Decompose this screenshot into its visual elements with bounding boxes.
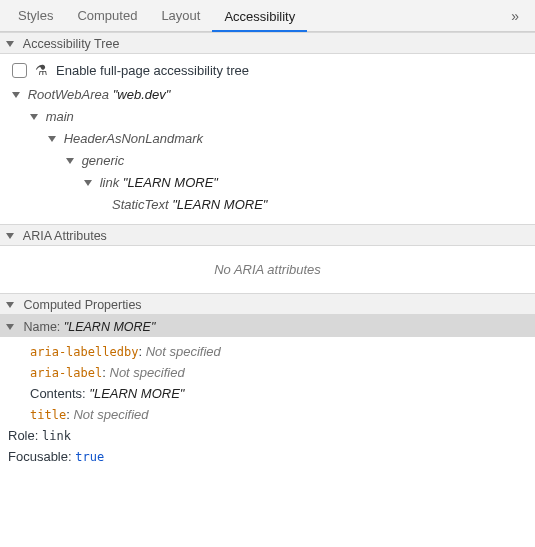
computed-name-value: "LEARN MORE" <box>64 320 156 334</box>
tree-node-role: generic <box>82 153 125 168</box>
chevron-down-icon <box>84 180 92 186</box>
tab-layout[interactable]: Layout <box>149 0 212 31</box>
section-header-computed-properties[interactable]: Computed Properties <box>0 293 535 315</box>
disclosure-triangle-icon <box>6 41 14 47</box>
tree-node-name: "web.dev" <box>113 87 171 102</box>
tree-node-role: HeaderAsNonLandmark <box>64 131 203 146</box>
computed-name-label: Name: <box>23 320 60 334</box>
accessibility-tree: RootWebArea "web.dev" main HeaderAsNonLa… <box>12 84 527 216</box>
section-header-label: ARIA Attributes <box>23 229 107 243</box>
tree-node-name: "LEARN MORE" <box>123 175 218 190</box>
prop-value: Not specified <box>146 344 221 359</box>
tabs-overflow-button[interactable]: » <box>501 8 529 24</box>
prop-key: aria-label <box>30 366 102 380</box>
tree-node-statictext[interactable]: StaticText "LEARN MORE" <box>12 194 527 216</box>
tree-node-header[interactable]: HeaderAsNonLandmark <box>12 128 527 150</box>
tree-node-main[interactable]: main <box>12 106 527 128</box>
prop-key: aria-labelledby <box>30 345 138 359</box>
prop-value: true <box>75 450 104 464</box>
tree-node-rootwebarea[interactable]: RootWebArea "web.dev" <box>12 84 527 106</box>
tree-node-role: link <box>100 175 120 190</box>
tabbar: Styles Computed Layout Accessibility » <box>0 0 535 32</box>
enable-full-page-tree-row: ⚗ Enable full-page accessibility tree <box>12 62 527 78</box>
prop-aria-label: aria-label: Not specified <box>8 363 527 383</box>
tree-node-role: StaticText <box>112 197 169 212</box>
prop-aria-labelledby: aria-labelledby: Not specified <box>8 342 527 362</box>
disclosure-triangle-icon <box>6 324 14 330</box>
chevron-down-icon <box>48 136 56 142</box>
prop-key: Focusable: <box>8 449 72 464</box>
computed-properties-body: aria-labelledby: Not specified aria-labe… <box>0 337 535 476</box>
section-header-label: Computed Properties <box>23 298 141 312</box>
tree-node-name: "LEARN MORE" <box>172 197 267 212</box>
tree-node-role: RootWebArea <box>28 87 109 102</box>
prop-focusable: Focusable: true <box>8 447 527 467</box>
prop-key: title <box>30 408 66 422</box>
section-header-aria-attributes[interactable]: ARIA Attributes <box>0 224 535 246</box>
prop-role: Role: link <box>8 426 527 446</box>
section-header-label: Accessibility Tree <box>23 37 120 51</box>
chevron-down-icon <box>12 92 20 98</box>
disclosure-triangle-icon <box>6 233 14 239</box>
flask-icon: ⚗ <box>35 62 48 78</box>
tab-styles[interactable]: Styles <box>6 0 65 31</box>
prop-contents: Contents: "LEARN MORE" <box>8 384 527 404</box>
prop-value: link <box>42 429 71 443</box>
prop-title: title: Not specified <box>8 405 527 425</box>
enable-full-page-tree-checkbox[interactable] <box>12 63 27 78</box>
prop-value: Not specified <box>73 407 148 422</box>
prop-key: Role: <box>8 428 38 443</box>
accessibility-tree-body: ⚗ Enable full-page accessibility tree Ro… <box>0 54 535 224</box>
prop-value: Not specified <box>110 365 185 380</box>
enable-full-page-tree-label: Enable full-page accessibility tree <box>56 63 249 78</box>
disclosure-triangle-icon <box>6 302 14 308</box>
no-aria-attributes-message: No ARIA attributes <box>0 246 535 293</box>
prop-key: Contents: <box>30 386 86 401</box>
tab-computed[interactable]: Computed <box>65 0 149 31</box>
tree-node-link[interactable]: link "LEARN MORE" <box>12 172 527 194</box>
section-header-accessibility-tree[interactable]: Accessibility Tree <box>0 32 535 54</box>
chevron-down-icon <box>66 158 74 164</box>
prop-value: "LEARN MORE" <box>89 386 184 401</box>
tree-node-generic[interactable]: generic <box>12 150 527 172</box>
tree-node-role: main <box>46 109 74 124</box>
chevron-down-icon <box>30 114 38 120</box>
computed-name-row[interactable]: Name: "LEARN MORE" <box>0 315 535 337</box>
tab-accessibility[interactable]: Accessibility <box>212 1 307 32</box>
